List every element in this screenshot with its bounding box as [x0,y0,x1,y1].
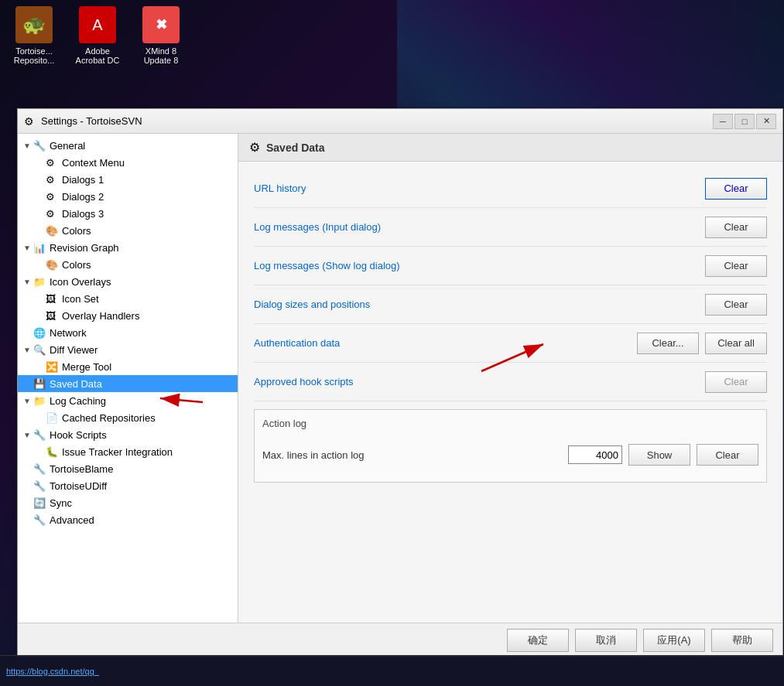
log-messages-show-actions: Clear [705,255,767,277]
dialog-sizes-actions: Clear [705,294,767,316]
approved-hooks-row: Approved hook scripts Clear [254,363,767,401]
tree-item-log-caching[interactable]: ▼ 📁 Log Caching [18,392,238,409]
tortoise-udiff-icon: 🔧 [33,480,47,492]
clear-hooks-button[interactable]: Clear [705,371,767,393]
title-bar-controls: ─ □ ✕ [713,114,776,129]
left-panel: ▼ 🔧 General ⚙ Context Menu ⚙ Dialogs 1 ⚙ [18,134,238,623]
action-log-section: Action log Max. lines in action log Show… [254,409,767,483]
icon-overlays-icon: 📁 [33,276,47,288]
xmind-icon: ✖ [142,6,180,43]
action-log-actions: Show Clear [568,444,758,466]
close-button[interactable]: ✕ [756,114,776,129]
tree-item-dialogs3[interactable]: ⚙ Dialogs 3 [18,205,238,222]
dialog-sizes-row: Dialog sizes and positions Clear [254,285,767,324]
tree-item-merge-tool[interactable]: 🔀 Merge Tool [18,358,238,375]
taskbar-link[interactable]: https://blog.csdn.net/qq_ [6,667,99,676]
tree-item-diff-viewer[interactable]: ▼ 🔍 Diff Viewer [18,341,238,358]
sync-icon: 🔄 [33,497,47,509]
clear-action-log-button[interactable]: Clear [697,444,758,466]
log-messages-show-label: Log messages (Show log dialog) [254,260,705,271]
window-title: Settings - TortoiseSVN [41,115,713,127]
tree-item-network[interactable]: 🌐 Network [18,324,238,341]
approved-hooks-label: Approved hook scripts [254,376,705,387]
clear-dialog-button[interactable]: Clear [705,294,767,316]
colors-revision-icon: 🎨 [46,259,60,271]
action-log-title: Action log [262,418,758,429]
desktop-icon-xmind[interactable]: ✖ XMind 8Update 8 [133,6,189,65]
tree-item-colors-general[interactable]: 🎨 Colors [18,222,238,239]
desktop-icons: 🐢 Tortoise...Reposito... A AdobeAcrobat … [6,6,189,65]
tree-item-icon-overlays[interactable]: ▼ 📁 Icon Overlays [18,273,238,290]
tree-item-tortoise-udiff[interactable]: 🔧 TortoiseUDiff [18,477,238,494]
clear-dots-button[interactable]: Clear... [637,333,699,354]
settings-window: ⚙ Settings - TortoiseSVN ─ □ ✕ ▼ 🔧 Gener… [17,108,783,657]
advanced-icon: 🔧 [33,514,47,526]
cancel-button[interactable]: 取消 [575,629,637,652]
clear-log-input-button[interactable]: Clear [705,217,767,238]
dialogs1-icon: ⚙ [46,174,60,186]
log-messages-input-label: Log messages (Input dialog) [254,221,705,233]
apply-button[interactable]: 应用(A) [643,629,705,652]
show-action-log-button[interactable]: Show [628,444,690,466]
merge-tool-icon: 🔀 [46,361,60,373]
tortoise-icon: 🐢 [15,6,53,43]
cached-repos-icon: 📄 [46,412,60,424]
hook-scripts-icon: 🔧 [33,429,47,441]
tree-item-overlay-handlers[interactable]: 🖼 Overlay Handlers [18,307,238,324]
approved-hooks-actions: Clear [705,371,767,393]
dialogs3-icon: ⚙ [46,208,60,220]
colors-general-icon: 🎨 [46,225,60,237]
dialog-sizes-label: Dialog sizes and positions [254,299,705,310]
title-bar: ⚙ Settings - TortoiseSVN ─ □ ✕ [18,109,782,134]
confirm-button[interactable]: 确定 [507,629,569,652]
max-lines-input[interactable] [568,445,622,464]
tree-item-context-menu[interactable]: ⚙ Context Menu [18,154,238,171]
maximize-button[interactable]: □ [734,114,755,129]
max-lines-label: Max. lines in action log [262,449,568,461]
network-icon: 🌐 [33,327,47,339]
tree-item-cached-repos[interactable]: 📄 Cached Repositories [18,409,238,426]
overlay-handlers-icon: 🖼 [46,310,60,322]
desktop-icon-tortoise[interactable]: 🐢 Tortoise...Reposito... [6,6,62,65]
tree-item-dialogs1[interactable]: ⚙ Dialogs 1 [18,171,238,188]
issue-tracker-icon: 🐛 [46,446,60,458]
tree-item-icon-set[interactable]: 🖼 Icon Set [18,290,238,307]
auth-data-actions: Clear... Clear all [637,333,767,354]
clear-log-show-button[interactable]: Clear [705,255,767,277]
tree-item-saved-data[interactable]: 💾 Saved Data [18,375,238,392]
log-messages-show-row: Log messages (Show log dialog) Clear [254,247,767,285]
url-history-label: URL history [254,183,705,194]
url-history-actions: Clear [705,178,767,200]
tree-item-issue-tracker[interactable]: 🐛 Issue Tracker Integration [18,443,238,460]
window-content: ▼ 🔧 General ⚙ Context Menu ⚙ Dialogs 1 ⚙ [18,134,782,623]
auth-data-label: Authentication data [254,337,637,349]
tree-item-hook-scripts[interactable]: ▼ 🔧 Hook Scripts [18,426,238,443]
tree-item-colors-revision[interactable]: 🎨 Colors [18,256,238,273]
help-button[interactable]: 帮助 [711,629,773,652]
context-menu-icon: ⚙ [46,157,60,169]
icon-set-icon: 🖼 [46,293,60,305]
clear-url-button[interactable]: Clear [705,178,767,200]
clear-all-auth-button[interactable]: Clear all [705,333,767,354]
adobe-label: AdobeAcrobat DC [76,46,120,65]
tree-item-tortoise-blame[interactable]: 🔧 TortoiseBlame [18,460,238,477]
tree-item-revision-graph[interactable]: ▼ 📊 Revision Graph [18,239,238,256]
tree-item-dialogs2[interactable]: ⚙ Dialogs 2 [18,188,238,205]
diff-viewer-icon: 🔍 [33,344,47,356]
right-panel: ⚙ Saved Data URL history Clear Log messa… [238,134,782,623]
url-history-row: URL history Clear [254,169,767,208]
general-icon: 🔧 [33,140,47,152]
auth-data-row: Authentication data Clear... Clear all [254,324,767,363]
panel-header-title: Saved Data [266,142,324,154]
window-icon: ⚙ [24,115,36,128]
tree-item-advanced[interactable]: 🔧 Advanced [18,511,238,528]
desktop-icon-adobe[interactable]: A AdobeAcrobat DC [70,6,125,65]
action-log-row: Max. lines in action log Show Clear [262,435,758,474]
dialogs2-icon: ⚙ [46,191,60,203]
window-bottom: 确定 取消 应用(A) 帮助 [18,623,782,657]
adobe-icon: A [79,6,116,43]
tree-item-sync[interactable]: 🔄 Sync [18,494,238,511]
tree-item-general[interactable]: ▼ 🔧 General [18,137,238,154]
minimize-button[interactable]: ─ [713,114,733,129]
desktop: 🐢 Tortoise...Reposito... A AdobeAcrobat … [0,0,784,686]
